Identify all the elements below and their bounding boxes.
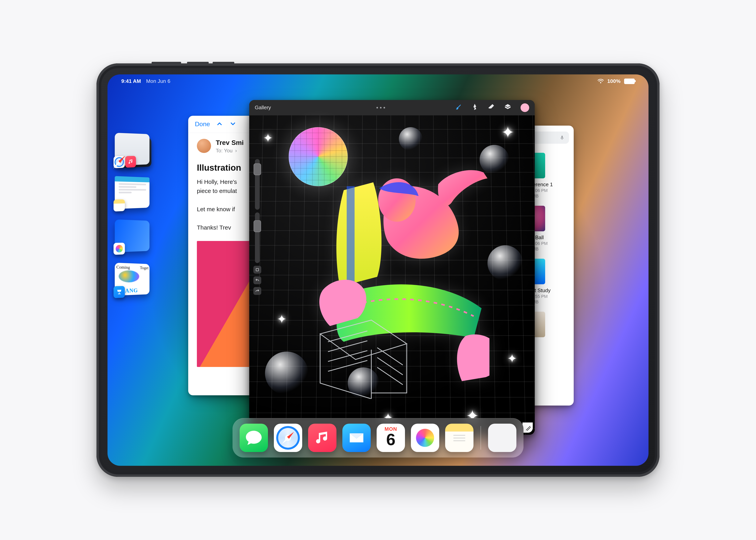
dock: MON 6 (232, 418, 524, 458)
volume-up-button[interactable] (187, 62, 209, 64)
stage-group-notes[interactable] (115, 176, 150, 209)
eraser-icon[interactable] (487, 103, 495, 112)
window-resize-handle[interactable] (523, 423, 533, 433)
music-icon (125, 156, 136, 168)
status-bar: 9:41 AM Mon Jun 6 100% (107, 74, 649, 88)
mail-from-name: Trev Smi (216, 139, 244, 146)
dock-app-library[interactable] (488, 424, 516, 452)
status-battery-pct: 100% (607, 78, 621, 84)
brush-opacity-slider[interactable] (255, 212, 260, 263)
figure-illustration (312, 163, 489, 399)
chevron-right-icon: › (235, 148, 237, 154)
stage-group-keynote[interactable]: Coming Toget for CHANG (115, 263, 150, 296)
multitask-dots-icon[interactable] (376, 107, 385, 108)
modify-button[interactable] (253, 266, 261, 274)
wifi-icon (597, 79, 604, 84)
dock-app-safari[interactable] (274, 424, 302, 452)
smudge-icon[interactable] (471, 103, 478, 112)
svg-rect-1 (256, 268, 259, 271)
status-time: 9:41 AM (121, 78, 141, 84)
mail-prev-button[interactable] (216, 120, 223, 128)
battery-icon (624, 78, 635, 84)
dock-app-mail[interactable] (342, 424, 371, 452)
calendar-day: 6 (386, 432, 396, 447)
procreate-artwork: ✦ ✦ ✦ ✦ ✦ ✦ (249, 115, 535, 435)
layers-icon[interactable] (504, 103, 512, 112)
mail-to-line[interactable]: To: You (216, 148, 232, 154)
brush-size-slider[interactable] (255, 159, 260, 210)
stage-group-photos[interactable] (115, 219, 150, 252)
dock-app-messages[interactable] (240, 424, 268, 452)
dock-app-photos[interactable] (411, 424, 439, 452)
procreate-sidebar (253, 159, 262, 295)
keynote-icon (114, 286, 125, 298)
stage-group-safari-music[interactable] (115, 133, 150, 166)
color-swatch[interactable] (521, 103, 529, 112)
dock-separator (481, 426, 481, 450)
dock-app-calendar[interactable]: MON 6 (377, 424, 405, 452)
procreate-toolbar: Gallery (249, 100, 535, 115)
notes-icon (114, 199, 125, 211)
dock-app-notes[interactable] (445, 424, 473, 452)
photos-icon (114, 242, 125, 255)
dictate-icon[interactable] (560, 135, 565, 140)
power-button[interactable] (152, 62, 181, 64)
redo-button[interactable] (253, 287, 261, 295)
undo-button[interactable] (253, 276, 261, 284)
ipad-screen: 9:41 AM Mon Jun 6 100% (107, 74, 649, 466)
ipad-device-frame: 9:41 AM Mon Jun 6 100% (96, 64, 660, 477)
status-date: Mon Jun 6 (146, 78, 170, 84)
mail-next-button[interactable] (229, 120, 236, 128)
dock-app-music[interactable] (308, 424, 336, 452)
sender-avatar[interactable] (197, 139, 211, 153)
mail-done-button[interactable]: Done (195, 120, 210, 128)
stage-manager-strip: Coming Toget for CHANG (114, 133, 154, 295)
volume-down-button[interactable] (213, 62, 234, 64)
gallery-button[interactable]: Gallery (255, 104, 271, 111)
safari-icon (114, 156, 125, 168)
procreate-window[interactable]: Gallery (249, 100, 535, 435)
brush-icon[interactable] (454, 103, 462, 112)
